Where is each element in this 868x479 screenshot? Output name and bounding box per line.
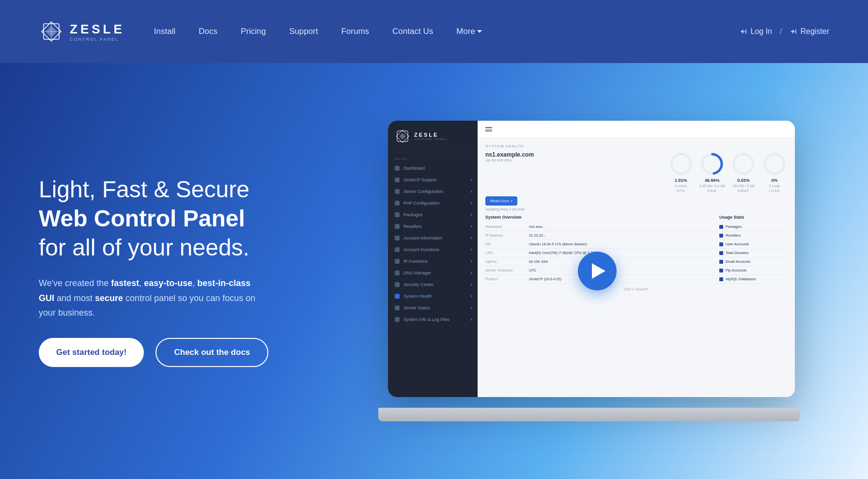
nav-install[interactable]: Install [154,27,175,36]
laptop-section: ZESLE CONTROL PANEL MENU Dashboard [329,63,868,479]
sidebar-logo-icon [395,128,410,144]
bottom-panels: System Overview Hostname ns1.exa... IP A… [485,215,787,284]
sidebar-menu-label: MENU [388,152,478,162]
logo-icon [39,19,64,44]
usage-item-user-accounts: User Accounts [719,240,787,249]
cpu-label: CPU [677,189,685,192]
cpu-sub: 4 Cores [675,184,687,188]
nav-pricing[interactable]: Pricing [241,27,266,36]
sidebar-item-php-config[interactable]: PHP Configuration [388,197,478,209]
chevron-right-icon [471,178,473,181]
usage-item-packages: Packages [719,223,787,231]
ram-sub: 2.05 GB / 4.4 GB [699,184,725,188]
support-icon [395,177,400,182]
register-link[interactable]: Register [790,27,829,36]
resellers-stat-icon [719,234,723,238]
user-accounts-stat-icon [719,242,723,246]
server-config-icon [395,189,400,194]
laptop-base [378,408,800,421]
swap-value: 0.02% [737,178,750,183]
navbar: ZESLE CONTROL PANEL Install Docs Pricing… [0,0,868,63]
hamburger-menu[interactable] [485,127,492,131]
usage-stats-title: Usage Stats [719,215,787,220]
chevron-right-icon [471,248,473,251]
sidebar-item-ip-functions[interactable]: IP Functions [388,255,478,267]
svg-marker-7 [399,133,406,140]
svg-point-14 [765,154,784,174]
packages-stat-icon [719,225,723,229]
system-health-title: SYSTEM HEALTH [485,144,787,148]
sidebar-item-security[interactable]: Security Center [388,279,478,290]
laptop-wrapper: ZESLE CONTROL PANEL MENU Dashboard [378,121,800,421]
play-button[interactable] [578,252,617,290]
sidebar-item-resellers[interactable]: Resellers [388,221,478,232]
hero-section: Light, Fast & Secure Web Control Panel f… [0,63,329,479]
hero-buttons: Get started today! Check out the docs [39,338,291,367]
page-wrapper: ZESLE CONTROL PANEL Install Docs Pricing… [0,0,868,479]
chevron-right-icon [471,295,473,298]
log-icon [395,317,400,322]
dashboard-sidebar: ZESLE CONTROL PANEL MENU Dashboard [388,121,478,397]
nav-links: Install Docs Pricing Support Forums Cont… [154,27,740,36]
get-started-button[interactable]: Get started today! [39,338,144,367]
play-overlay [578,252,617,290]
chevron-right-icon [471,237,473,240]
read-docs-button[interactable]: Read Docs + [485,196,517,206]
cpu-value: 1.91% [675,178,687,183]
dash-main: SYSTEM HEALTH ns1.example.com Up 0d 10h … [478,121,795,397]
sidebar-item-packages[interactable]: Packages [388,209,478,221]
chevron-right-icon [471,318,473,321]
sidebar-item-account-info[interactable]: Account Information [388,232,478,244]
load-label: Load [769,189,780,192]
nav-auth: Log In / Register [740,27,829,36]
logo-area: ZESLE CONTROL PANEL [39,19,125,44]
mysql-stat-icon [719,277,723,281]
nav-docs[interactable]: Docs [199,27,217,36]
ftp-stat-icon [719,269,723,272]
sidebar-item-dashboard[interactable]: Dashboard [388,162,478,174]
nav-support[interactable]: Support [289,27,318,36]
usage-item-total-domains: Total Domains [719,249,787,257]
resellers-icon [395,224,400,229]
server-uptime: Up 0d 10h 32m [485,158,534,162]
swap-label: Swap [738,189,749,192]
sidebar-item-system-health[interactable]: System Health [388,290,478,302]
chevron-right-icon [471,271,473,274]
check-docs-button[interactable]: Check out the docs [155,338,268,367]
brand-subtitle: CONTROL PANEL [70,37,125,42]
usage-item-ftp: Ftp Accounts [719,266,787,275]
usage-item-mysql: MySQL Databases [719,275,787,284]
sidebar-item-dns-manager[interactable]: DNS Manager [388,267,478,279]
chevron-right-icon [471,213,473,216]
chevron-right-icon [471,225,473,228]
nav-forums[interactable]: Forums [341,27,369,36]
load-value: 0% [771,178,777,183]
email-stat-icon [719,260,723,264]
dns-icon [395,271,400,275]
cpu-gauge: 1.91% 4 Cores CPU [668,151,694,192]
svg-point-8 [671,154,691,174]
load-sub: 0 Load [769,184,779,188]
sidebar-brand-name: ZESLE [414,132,448,138]
cpu-gauge-circle [668,151,694,176]
sidebar-item-system-info[interactable]: System Info & Log Files [388,314,478,325]
ram-gauge-circle [699,151,725,176]
nav-more[interactable]: More [456,27,482,36]
overview-row: Hostname ns1.exa... [485,223,713,231]
hero-subtitle: We've created the fastest, easy-to-use, … [39,276,262,320]
sidebar-item-server-config[interactable]: Server Configuration [388,186,478,197]
dash-topbar [478,121,795,138]
gauges-row: 1.91% 4 Cores CPU [668,151,787,192]
swap-gauge-circle [731,151,756,176]
sidebar-item-account-functions[interactable]: Account Functions [388,244,478,255]
sidebar-item-server-status[interactable]: Server Status [388,302,478,314]
overview-row: OS Ubuntu 18.04.5 LTS (Bionic Beaver) [485,240,713,249]
overview-row: IP Address 22.22.22... [485,231,713,240]
load-gauge-circle [762,151,787,176]
login-link[interactable]: Log In [740,27,772,36]
nav-contact[interactable]: Contact Us [392,27,433,36]
sidebar-item-zeslecp-support[interactable]: ZesleCP Support [388,174,478,186]
account-info-icon [395,236,400,240]
sidebar-brand-sub: CONTROL PANEL [414,138,448,141]
account-functions-icon [395,247,400,252]
